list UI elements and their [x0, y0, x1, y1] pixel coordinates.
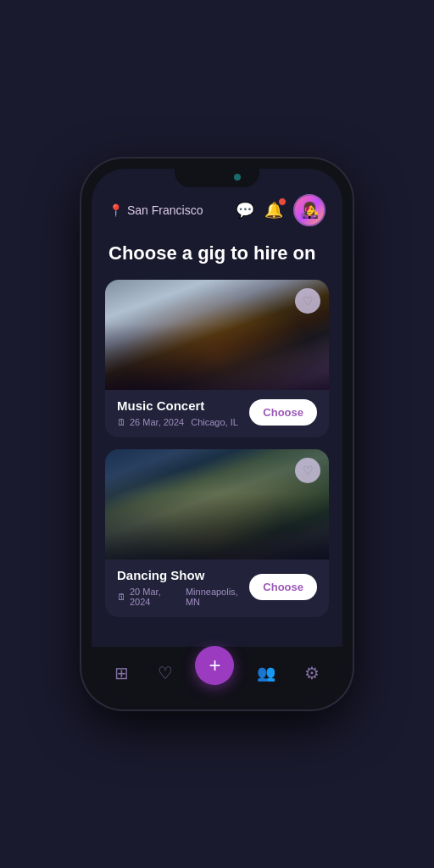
chat-button[interactable]: 💬	[236, 201, 254, 220]
nav-heart-icon: ♡	[158, 663, 173, 683]
concert-image-gradient	[105, 324, 329, 390]
settings-icon: ⚙	[304, 663, 320, 683]
concert-card-info: Music Concert 🗓 26 Mar, 2024 Chicago, IL	[117, 398, 249, 427]
notification-button[interactable]: 🔔	[264, 201, 283, 220]
dancing-choose-button[interactable]: Choose	[249, 574, 317, 600]
dancing-meta: 🗓 20 Mar, 2024 Minneapolis, MN	[117, 587, 249, 607]
dancing-heart-button[interactable]: ♡	[295, 458, 320, 483]
phone-screen: 📍 San Francisco 💬 🔔 👩‍🎤 Choose a gig to …	[92, 169, 342, 699]
header-actions: 💬 🔔 👩‍🎤	[236, 194, 326, 226]
dancing-title: Dancing Show	[117, 568, 249, 582]
concert-date-wrapper: 🗓 26 Mar, 2024	[117, 417, 184, 427]
avatar-emoji: 👩‍🎤	[300, 201, 319, 220]
concert-meta: 🗓 26 Mar, 2024 Chicago, IL	[117, 417, 249, 427]
card-image-dancing: ♡	[105, 449, 329, 559]
dancing-date-wrapper: 🗓 20 Mar, 2024	[117, 587, 179, 607]
heart-icon: ♡	[303, 294, 314, 308]
location-pin-icon: 📍	[108, 203, 123, 217]
location-bar: 📍 San Francisco	[108, 203, 203, 217]
notch	[175, 169, 259, 187]
dancing-date: 20 Mar, 2024	[130, 587, 179, 607]
page-title: Choose a gig to hire on	[92, 235, 342, 280]
nav-add-button[interactable]: +	[195, 646, 234, 685]
dancing-card-info: Dancing Show 🗓 20 Mar, 2024 Minneapolis,…	[117, 568, 249, 607]
heart-icon-2: ♡	[303, 464, 314, 477]
calendar-icon-2: 🗓	[117, 592, 126, 602]
nav-people[interactable]: 👥	[250, 660, 282, 686]
concert-location: Chicago, IL	[191, 417, 238, 427]
people-icon: 👥	[257, 664, 275, 682]
concert-title: Music Concert	[117, 398, 249, 413]
concert-card-bottom: Music Concert 🗓 26 Mar, 2024 Chicago, IL…	[105, 390, 329, 437]
notification-badge	[278, 198, 287, 206]
concert-choose-button[interactable]: Choose	[249, 399, 317, 426]
add-icon: +	[209, 654, 220, 677]
nav-favorites[interactable]: ♡	[151, 659, 180, 687]
event-card-dancing-show: ♡ Dancing Show 🗓 20 Mar, 2024 Minneapoli…	[105, 449, 329, 617]
phone-frame: 📍 San Francisco 💬 🔔 👩‍🎤 Choose a gig to …	[81, 159, 353, 709]
location-text: San Francisco	[127, 203, 203, 217]
dancing-location: Minneapolis, MN	[186, 587, 249, 607]
dancing-card-bottom: Dancing Show 🗓 20 Mar, 2024 Minneapolis,…	[105, 559, 329, 617]
bottom-spacer	[105, 629, 329, 634]
events-list: ♡ Music Concert 🗓 26 Mar, 2024 Chicago, …	[92, 280, 342, 647]
avatar[interactable]: 👩‍🎤	[293, 194, 326, 226]
nav-home[interactable]: ⊞	[108, 659, 136, 687]
chat-icon: 💬	[236, 202, 254, 219]
home-grid-icon: ⊞	[114, 663, 129, 683]
event-card-music-concert: ♡ Music Concert 🗓 26 Mar, 2024 Chicago, …	[105, 280, 329, 437]
bottom-navigation: ⊞ ♡ + 👥 ⚙	[92, 647, 342, 699]
concert-heart-button[interactable]: ♡	[295, 288, 320, 314]
nav-settings[interactable]: ⚙	[298, 659, 326, 687]
dancing-image-gradient	[105, 493, 329, 559]
card-image-concert: ♡	[105, 280, 329, 390]
calendar-icon: 🗓	[117, 417, 126, 427]
notch-dot	[234, 174, 241, 181]
concert-date: 26 Mar, 2024	[130, 417, 184, 427]
